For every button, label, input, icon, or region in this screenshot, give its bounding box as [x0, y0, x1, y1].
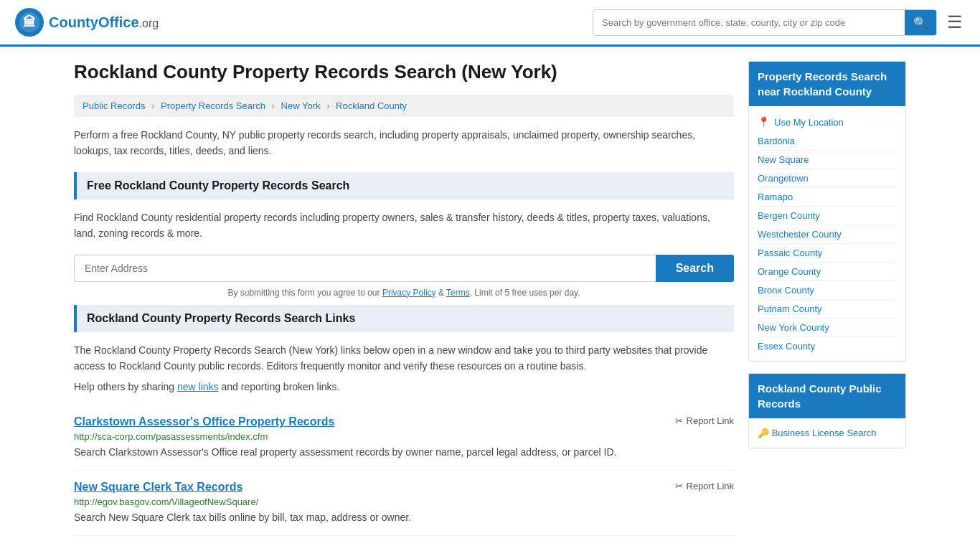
record-desc-2: Search New Square Clerk tax bills online…: [74, 510, 734, 525]
sidebar-nearby-body: 📍 Use My Location Bardonia New Square Or…: [749, 106, 905, 361]
sidebar-public-records-section: Rockland County Public Records 🔑 Busines…: [748, 373, 906, 448]
sidebar-link-ramapo[interactable]: Ramapo: [758, 188, 897, 207]
sidebar: Property Records Search near Rockland Co…: [748, 61, 906, 536]
breadcrumb-property-records-search[interactable]: Property Records Search: [161, 100, 265, 111]
header-search-button[interactable]: 🔍: [905, 10, 936, 35]
sidebar-link-business-license[interactable]: 🔑 Business License Search: [758, 424, 897, 442]
sidebar-link-orange-county[interactable]: Orange County: [758, 263, 897, 281]
breadcrumb-public-records[interactable]: Public Records: [83, 100, 145, 111]
sidebar-link-orangetown[interactable]: Orangetown: [758, 169, 897, 188]
content-area: Rockland County Property Records Search …: [74, 61, 734, 536]
sidebar-link-bardonia[interactable]: Bardonia: [758, 132, 897, 151]
sidebar-link-westchester-county[interactable]: Westchester County: [758, 225, 897, 244]
sidebar-public-records-body: 🔑 Business License Search: [749, 418, 905, 448]
free-search-heading: Free Rockland County Property Records Se…: [74, 172, 734, 199]
page-title: Rockland County Property Records Search …: [74, 61, 734, 83]
header-right: 🔍 ☰: [593, 9, 966, 36]
record-desc-1: Search Clarkstown Assessor's Office real…: [74, 445, 734, 460]
address-input[interactable]: [74, 255, 656, 282]
form-disclaimer: By submitting this form you agree to our…: [74, 288, 734, 298]
new-links-link[interactable]: new links: [177, 381, 219, 392]
breadcrumb-rockland-county[interactable]: Rockland County: [336, 100, 407, 111]
breadcrumb-new-york[interactable]: New York: [281, 100, 321, 111]
record-url-2: http://egov.basgov.com/VillageofNewSquar…: [74, 496, 734, 507]
record-item: New Square Clerk Tax Records ✂ Report Li…: [74, 471, 734, 536]
address-search-row: Search: [74, 255, 734, 282]
record-item: Clarkstown Assessor's Office Property Re…: [74, 405, 734, 471]
record-url-1: http://sca-corp.com/pasassessments/index…: [74, 431, 734, 442]
report-link-2[interactable]: ✂ Report Link: [675, 481, 734, 491]
header-search-bar: 🔍: [593, 9, 937, 36]
links-description: The Rockland County Property Records Sea…: [74, 342, 734, 375]
address-search-button[interactable]: Search: [656, 255, 734, 282]
location-pin-icon: 📍: [758, 116, 770, 128]
sidebar-link-essex-county[interactable]: Essex County: [758, 337, 897, 355]
logo-text: CountyOffice.org: [49, 14, 159, 31]
main-container: Rockland County Property Records Search …: [60, 47, 920, 550]
free-search-description: Find Rockland County residential propert…: [74, 209, 734, 242]
share-links: Help others by sharing new links and rep…: [74, 381, 734, 392]
header: 🏛 CountyOffice.org 🔍 ☰: [0, 0, 980, 47]
report-link-1[interactable]: ✂ Report Link: [675, 415, 734, 426]
logo-icon: 🏛: [14, 7, 44, 37]
main-description: Perform a free Rockland County, NY publi…: [74, 127, 734, 159]
sidebar-nearby-title: Property Records Search near Rockland Co…: [749, 62, 905, 106]
record-title-2[interactable]: New Square Clerk Tax Records: [74, 481, 242, 494]
record-title-1[interactable]: Clarkstown Assessor's Office Property Re…: [74, 415, 334, 428]
header-search-input[interactable]: [593, 11, 905, 34]
svg-text:🏛: 🏛: [23, 14, 36, 29]
links-section-heading: Rockland County Property Records Search …: [74, 305, 734, 332]
hamburger-icon[interactable]: ☰: [944, 9, 966, 35]
address-search-form: Search By submitting this form you agree…: [74, 255, 734, 298]
breadcrumb: Public Records › Property Records Search…: [74, 95, 734, 117]
sidebar-link-bronx-county[interactable]: Bronx County: [758, 281, 897, 300]
sidebar-public-records-title: Rockland County Public Records: [749, 374, 905, 418]
terms-link[interactable]: Terms: [446, 288, 470, 298]
sidebar-link-bergen-county[interactable]: Bergen County: [758, 207, 897, 225]
privacy-policy-link[interactable]: Privacy Policy: [382, 288, 436, 298]
sidebar-link-new-square[interactable]: New Square: [758, 151, 897, 169]
sidebar-link-passaic-county[interactable]: Passaic County: [758, 244, 897, 263]
sidebar-link-new-york-county[interactable]: New York County: [758, 319, 897, 337]
logo-area: 🏛 CountyOffice.org: [14, 7, 159, 37]
sidebar-link-putnam-county[interactable]: Putnam County: [758, 300, 897, 319]
use-my-location-link[interactable]: 📍 Use My Location: [758, 112, 897, 132]
sidebar-nearby-section: Property Records Search near Rockland Co…: [748, 61, 906, 362]
